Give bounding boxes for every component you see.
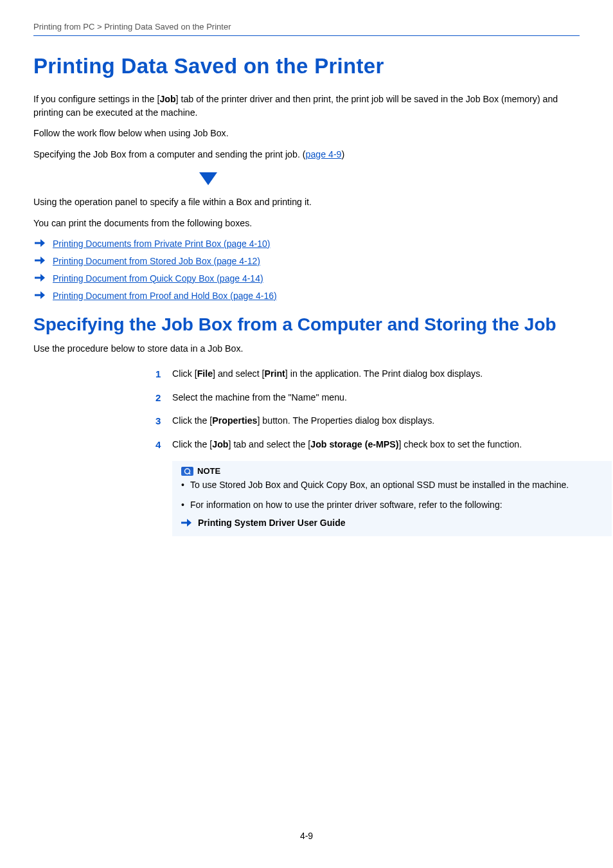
section-heading: Specifying the Job Box from a Computer a… <box>33 314 580 335</box>
link-private-print-box[interactable]: Printing Documents from Private Print Bo… <box>53 239 270 249</box>
note-list: To use Stored Job Box and Quick Copy Box… <box>181 478 603 511</box>
arrow-right-icon <box>35 291 45 299</box>
intro-paragraph-2: Follow the work flow below when using Jo… <box>33 127 580 140</box>
svg-rect-0 <box>35 242 40 244</box>
text: Select the machine from the "Name" menu. <box>172 392 347 402</box>
text: ] and select [ <box>213 368 264 379</box>
step-number: 2 <box>155 391 161 405</box>
svg-marker-5 <box>40 274 45 282</box>
job-storage-keyword: Job storage (e-MPS) <box>310 439 398 449</box>
step-list: 1 Click [File] and select [Print] in the… <box>155 367 580 451</box>
list-item: Printing Document from Proof and Hold Bo… <box>33 290 580 302</box>
step-1: 1 Click [File] and select [Print] in the… <box>155 367 580 381</box>
print-keyword: Print <box>265 368 285 379</box>
note-icon <box>181 467 193 476</box>
arrow-right-icon <box>35 274 45 282</box>
intro-paragraph-1: If you configure settings in the [Job] t… <box>33 93 580 119</box>
text: Specifying the Job Box from a computer a… <box>33 149 306 159</box>
note-reference: Printing System Driver User Guide <box>181 518 603 528</box>
text: If you configure settings in the [ <box>33 94 159 104</box>
svg-line-9 <box>189 473 191 475</box>
note-header: NOTE <box>181 466 603 476</box>
breadcrumb: Printing from PC > Printing Data Saved o… <box>33 22 580 32</box>
step-number: 3 <box>155 414 161 428</box>
text: Click the [ <box>172 439 212 449</box>
step-number: 1 <box>155 367 161 381</box>
text: ] in the application. The Print dialog b… <box>285 368 483 379</box>
job-keyword: Job <box>212 439 228 449</box>
reference-text: Printing System Driver User Guide <box>198 518 346 528</box>
text: ] tab and select the [ <box>229 439 311 449</box>
intro-paragraph-4: Using the operation panel to specify a f… <box>33 195 580 209</box>
list-item: Printing Document from Stored Job Box (p… <box>33 255 580 267</box>
step-number: 4 <box>155 438 161 452</box>
text: Click the [ <box>172 415 212 426</box>
step-2: 2 Select the machine from the "Name" men… <box>155 391 580 404</box>
link-stored-job-box[interactable]: Printing Document from Stored Job Box (p… <box>53 256 260 266</box>
text: Click [ <box>172 368 197 379</box>
note-item: For information on how to use the printe… <box>181 498 603 511</box>
svg-marker-3 <box>40 257 45 264</box>
flow-down-arrow-icon <box>199 172 217 185</box>
section-body: Use the procedure below to store data in… <box>33 342 580 356</box>
text: ) <box>342 149 345 159</box>
svg-rect-6 <box>35 294 40 296</box>
svg-marker-7 <box>40 291 45 299</box>
arrow-right-icon <box>35 239 45 247</box>
page-number: 4-9 <box>0 831 613 841</box>
properties-keyword: Properties <box>212 415 257 426</box>
svg-rect-4 <box>35 276 40 278</box>
step-4: 4 Click the [Job] tab and select the [Jo… <box>155 438 580 451</box>
page-title: Printing Data Saved on the Printer <box>33 54 580 78</box>
svg-rect-2 <box>35 259 40 261</box>
link-proof-and-hold-box[interactable]: Printing Document from Proof and Hold Bo… <box>53 291 277 301</box>
box-link-list: Printing Documents from Private Print Bo… <box>33 238 580 302</box>
list-item: Printing Document from Quick Copy Box (p… <box>33 273 580 284</box>
svg-marker-1 <box>40 239 45 247</box>
arrow-right-icon <box>181 519 191 527</box>
note-block: NOTE To use Stored Job Box and Quick Cop… <box>172 461 612 536</box>
flow-arrow-container <box>33 168 580 195</box>
header-divider <box>33 35 580 36</box>
file-keyword: File <box>197 368 213 379</box>
intro-paragraph-3: Specifying the Job Box from a computer a… <box>33 148 580 161</box>
text: ] button. The Properties dialog box disp… <box>257 415 434 426</box>
arrow-right-icon <box>35 257 45 264</box>
list-item: Printing Documents from Private Print Bo… <box>33 238 580 249</box>
intro-paragraph-5: You can print the documents from the fol… <box>33 217 580 230</box>
link-quick-copy-box[interactable]: Printing Document from Quick Copy Box (p… <box>53 273 263 284</box>
job-keyword: Job <box>159 94 175 104</box>
text: ] check box to set the function. <box>398 439 522 449</box>
note-item: To use Stored Job Box and Quick Copy Box… <box>181 478 603 491</box>
page-ref-link[interactable]: page 4-9 <box>306 149 342 159</box>
note-title: NOTE <box>197 466 220 476</box>
svg-marker-11 <box>187 519 191 527</box>
svg-rect-10 <box>181 522 187 524</box>
step-3: 3 Click the [Properties] button. The Pro… <box>155 414 580 428</box>
